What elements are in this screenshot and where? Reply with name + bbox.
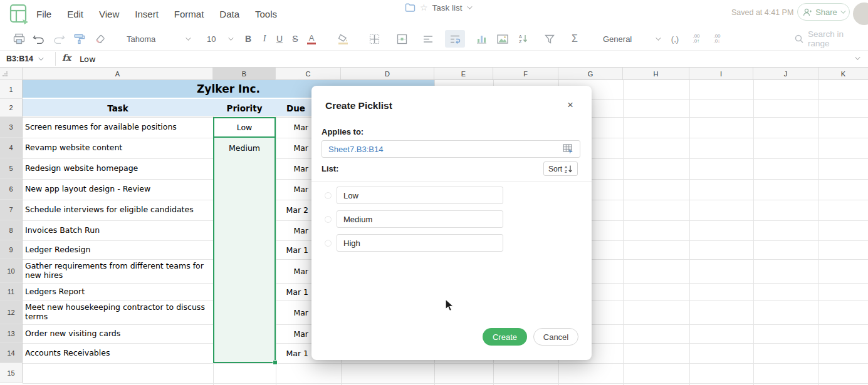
borders-icon[interactable] bbox=[367, 28, 381, 50]
image-icon[interactable] bbox=[495, 28, 510, 50]
strikethrough-button[interactable]: S bbox=[289, 28, 301, 50]
cell-due-r5[interactable]: Mar bbox=[276, 158, 308, 179]
italic-button[interactable]: I bbox=[258, 28, 271, 50]
cell-priority-r4[interactable]: Medium bbox=[213, 138, 276, 158]
select-all-corner[interactable] bbox=[0, 68, 23, 80]
document-title[interactable]: Task list bbox=[432, 3, 463, 13]
sort-icon[interactable]: AZ bbox=[516, 28, 530, 50]
cell-task-r6[interactable]: New app layout design - Review bbox=[25, 179, 209, 200]
cell-due-r14[interactable]: Mar 1 bbox=[276, 343, 308, 363]
column-header-A[interactable]: A bbox=[23, 68, 213, 80]
filter-icon[interactable] bbox=[543, 28, 557, 50]
cell-task-r10[interactable]: Gather requirements from different teams… bbox=[25, 259, 209, 283]
menu-edit[interactable]: Edit bbox=[67, 9, 83, 19]
row-header-3[interactable]: 3 bbox=[0, 117, 23, 138]
menu-view[interactable]: View bbox=[99, 9, 119, 19]
bold-button[interactable]: B bbox=[242, 28, 254, 50]
row-header-2[interactable]: 2 bbox=[0, 99, 23, 117]
row-header-12[interactable]: 12 bbox=[0, 300, 23, 324]
cell-priority-r3[interactable]: Low bbox=[213, 117, 276, 138]
decrease-decimal-icon[interactable]: .00.0↓ bbox=[709, 28, 725, 50]
merge-cells-icon[interactable] bbox=[395, 28, 409, 50]
cell-task-r5[interactable]: Redesign website homepage bbox=[25, 158, 209, 179]
column-header-D[interactable]: D bbox=[341, 68, 434, 80]
font-size-select[interactable]: 10 bbox=[204, 28, 234, 50]
cell-due-r4[interactable]: Mar bbox=[276, 138, 308, 158]
increase-decimal-icon[interactable]: .00.0↑ bbox=[688, 28, 704, 50]
sum-icon[interactable]: Σ bbox=[568, 28, 582, 50]
cell-due-r7[interactable]: Mar 2 bbox=[276, 200, 308, 220]
cell-task-r8[interactable]: Invoices Batch Run bbox=[25, 220, 209, 240]
cell-task-r9[interactable]: Ledger Redesign bbox=[25, 240, 209, 259]
comma-style-icon[interactable]: (,) bbox=[667, 28, 683, 50]
close-icon[interactable]: × bbox=[567, 100, 573, 110]
row-header-1[interactable]: 1 bbox=[0, 80, 23, 99]
applies-to-input[interactable]: Sheet7.B3:B14 bbox=[322, 140, 580, 158]
cell-task-r11[interactable]: Ledgers Report bbox=[25, 283, 209, 300]
column-header-C[interactable]: C bbox=[276, 68, 341, 80]
menu-file[interactable]: File bbox=[36, 9, 51, 19]
row-header-6[interactable]: 6 bbox=[0, 179, 23, 200]
picklist-item-input[interactable]: High bbox=[337, 234, 503, 252]
number-format-select[interactable]: General bbox=[599, 28, 663, 50]
column-header-B[interactable]: B bbox=[213, 68, 276, 80]
cell-task-r7[interactable]: Schedule interviews for eligible candida… bbox=[25, 200, 209, 220]
cell-due-r9[interactable]: Mar 1 bbox=[276, 240, 308, 259]
search-in-range[interactable]: Search in range bbox=[795, 28, 867, 50]
cell-due-r11[interactable]: Mar 1 bbox=[276, 283, 308, 300]
column-header-E[interactable]: E bbox=[434, 68, 493, 80]
row-header-7[interactable]: 7 bbox=[0, 200, 23, 220]
select-range-icon[interactable] bbox=[563, 144, 573, 154]
cell-header-task[interactable]: Task bbox=[23, 99, 213, 117]
wrap-text-icon[interactable] bbox=[445, 30, 465, 48]
row-header-15[interactable]: 15 bbox=[0, 363, 23, 383]
print-icon[interactable] bbox=[11, 28, 26, 50]
cell-due-r6[interactable]: Mar bbox=[276, 179, 308, 200]
row-header-9[interactable]: 9 bbox=[0, 240, 23, 259]
cell-due-r10[interactable]: Mar bbox=[276, 259, 308, 283]
row-header-4[interactable]: 4 bbox=[0, 138, 23, 158]
column-header-F[interactable]: F bbox=[493, 68, 558, 80]
format-painter-icon[interactable] bbox=[71, 28, 86, 50]
row-header-5[interactable]: 5 bbox=[0, 158, 23, 179]
drag-handle-icon[interactable] bbox=[325, 240, 332, 247]
menu-insert[interactable]: Insert bbox=[135, 9, 159, 19]
cell-due-r12[interactable]: Mar bbox=[276, 300, 308, 324]
formula-input[interactable]: Low bbox=[80, 51, 96, 67]
cancel-button[interactable]: Cancel bbox=[533, 328, 578, 346]
row-header-10[interactable]: 10 bbox=[0, 259, 23, 283]
cell-task-r12[interactable]: Meet new housekeeping contractor to disc… bbox=[25, 300, 209, 324]
row-header-13[interactable]: 13 bbox=[0, 324, 23, 343]
cell-task-r4[interactable]: Revamp website content bbox=[25, 138, 209, 158]
share-button[interactable]: Share bbox=[797, 3, 850, 21]
row-header-11[interactable]: 11 bbox=[0, 283, 23, 300]
drag-handle-icon[interactable] bbox=[325, 192, 332, 199]
row-header-8[interactable]: 8 bbox=[0, 220, 23, 240]
cell-due-r3[interactable]: Mar bbox=[276, 117, 308, 138]
create-button[interactable]: Create bbox=[483, 328, 527, 346]
cell-task-r3[interactable]: Screen resumes for available positions bbox=[25, 117, 209, 138]
redo-icon[interactable] bbox=[51, 28, 66, 50]
column-header-H[interactable]: H bbox=[623, 68, 689, 80]
app-logo-icon[interactable] bbox=[9, 4, 30, 25]
underline-button[interactable]: U bbox=[273, 28, 286, 50]
row-header-14[interactable]: 14 bbox=[0, 343, 23, 363]
cell-due-r8[interactable]: Mar bbox=[276, 220, 308, 240]
drag-handle-icon[interactable] bbox=[325, 216, 332, 223]
font-color-button[interactable]: A bbox=[305, 28, 318, 50]
name-box[interactable]: B3:B14 bbox=[6, 51, 42, 67]
menu-tools[interactable]: Tools bbox=[255, 9, 277, 19]
column-header-J[interactable]: J bbox=[753, 68, 818, 80]
align-icon[interactable] bbox=[421, 28, 435, 50]
font-family-select[interactable]: Tahoma bbox=[124, 28, 192, 50]
cell-header-priority[interactable]: Priority bbox=[213, 99, 276, 117]
chart-icon[interactable] bbox=[474, 28, 489, 50]
cell-task-r14[interactable]: Accounts Receivables bbox=[25, 343, 209, 363]
sort-button[interactable]: Sort AZ bbox=[543, 162, 578, 176]
column-header-K[interactable]: K bbox=[818, 68, 868, 80]
cell-due-r13[interactable]: Mar bbox=[276, 324, 308, 343]
favorite-star-icon[interactable]: ☆ bbox=[420, 3, 428, 12]
column-header-I[interactable]: I bbox=[689, 68, 753, 80]
title-chevron-icon[interactable] bbox=[467, 4, 472, 9]
cell-task-r13[interactable]: Order new visiting cards bbox=[25, 324, 209, 343]
